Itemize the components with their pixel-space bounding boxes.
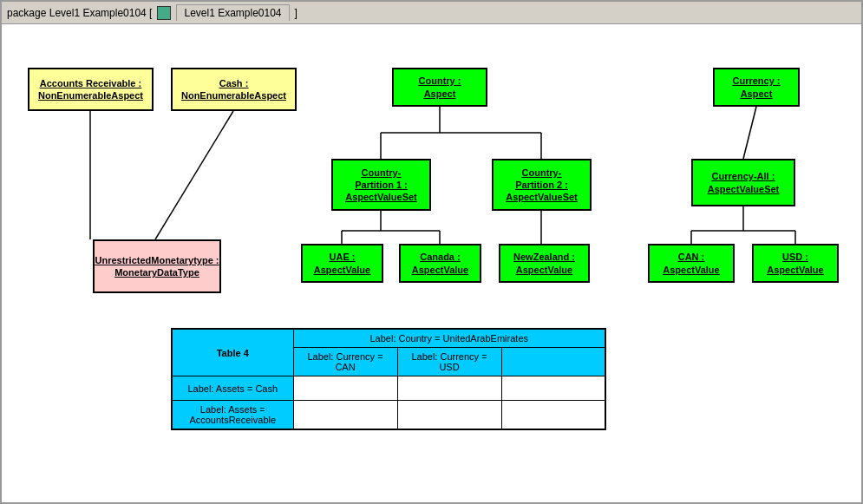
node-can[interactable]: CAN :AspectValue: [648, 244, 735, 283]
main-window: package Level1 Example0104 [ Level1 Exam…: [0, 0, 863, 504]
table-cell-r2c1: [293, 401, 397, 430]
table-cell-r2c3: [501, 401, 605, 430]
node-currency-aspect[interactable]: Currency :Aspect: [713, 68, 800, 107]
table-cell-r2c2: [397, 401, 501, 430]
node-uae[interactable]: UAE :AspectValue: [301, 244, 383, 283]
node-unrestricted-monetary[interactable]: UnrestrictedMonetarytype :MonetaryDataTy…: [93, 239, 221, 293]
node-canada[interactable]: Canada :AspectValue: [399, 244, 481, 283]
diagram-table: Table 4 Label: Country = UnitedArabEmira…: [171, 328, 606, 430]
table-cell-r1c1: [293, 376, 397, 401]
table-extra-col-header: [501, 348, 605, 376]
table-title: Table 4: [172, 329, 293, 376]
package-label: package Level1 Example0104 [: [7, 7, 152, 19]
diagram-canvas: Accounts Receivable :NonEnumerableAspect…: [2, 24, 861, 502]
table-cell-r1c2: [397, 376, 501, 401]
node-country-partition1[interactable]: Country-Partition 1 :AspectValueSet: [331, 159, 431, 211]
node-usd[interactable]: USD :AspectValue: [752, 244, 839, 283]
table-cell-r1c3: [501, 376, 605, 401]
tab-label[interactable]: Level1 Example0104: [176, 4, 289, 21]
node-cash[interactable]: Cash :NonEnumerableAspect: [171, 68, 297, 111]
title-bar: package Level1 Example0104 [ Level1 Exam…: [2, 2, 861, 24]
node-accounts-receivable[interactable]: Accounts Receivable :NonEnumerableAspect: [28, 68, 154, 111]
svg-line-1: [155, 111, 233, 239]
table-currency-usd-header: Label: Currency = USD: [397, 348, 501, 376]
window-icon: [157, 6, 171, 20]
table-row1-label: Label: Assets = Cash: [172, 376, 293, 401]
node-country-partition2[interactable]: Country-Partition 2 :AspectValueSet: [492, 159, 592, 211]
node-country-aspect[interactable]: Country :Aspect: [392, 68, 487, 107]
table-row2-label: Label: Assets =AccountsReceivable: [172, 401, 293, 430]
table-currency-can-header: Label: Currency = CAN: [293, 348, 397, 376]
svg-line-11: [743, 107, 756, 159]
node-currency-all[interactable]: Currency-All :AspectValueSet: [691, 159, 795, 206]
node-newzealand[interactable]: NewZealand :AspectValue: [499, 244, 590, 283]
table-country-header: Label: Country = UnitedArabEmirates: [293, 329, 605, 348]
